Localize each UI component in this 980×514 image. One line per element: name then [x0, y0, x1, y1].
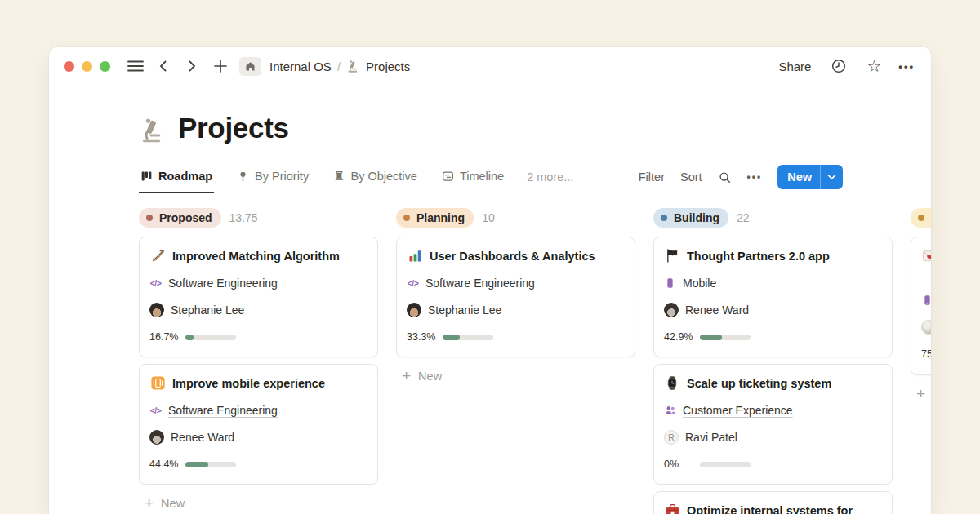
status-dot — [918, 215, 924, 221]
progress-bar — [185, 335, 236, 340]
new-button[interactable]: New — [777, 165, 843, 189]
team-link[interactable]: Mobile — [683, 277, 716, 290]
mobile-phone-icon — [921, 295, 931, 307]
more-options-icon[interactable]: ••• — [898, 60, 915, 73]
breadcrumb-workspace[interactable]: Internal OS — [270, 60, 332, 73]
status-label: Proposed — [159, 211, 212, 224]
card-title: Improve mobile experience — [172, 377, 325, 390]
tab-by-priority[interactable]: By Priority — [235, 161, 310, 193]
share-button[interactable]: Share — [778, 60, 811, 73]
add-card-label: New — [161, 497, 185, 510]
project-card[interactable]: User Dashboards & Analytics </> Software… — [396, 237, 635, 357]
card-title: Scale up ticketing system — [687, 377, 831, 390]
back-icon[interactable] — [153, 55, 174, 78]
plus-icon: + — [916, 386, 925, 401]
vibrating-phone-icon — [149, 375, 166, 392]
forward-icon[interactable] — [181, 55, 203, 78]
avatar — [921, 320, 931, 335]
tab-label: By Objective — [351, 170, 417, 183]
new-button-label: New — [777, 171, 820, 184]
traffic-lights — [64, 61, 110, 72]
filter-button[interactable]: Filter — [639, 171, 665, 184]
bar-chart-icon — [407, 248, 423, 264]
project-card[interactable]: Scale up ticketing system Customer Exper… — [653, 364, 893, 485]
avatar — [149, 430, 164, 445]
add-card-button[interactable]: + New — [911, 386, 931, 401]
minimize-window-button[interactable] — [82, 61, 92, 72]
add-card-button[interactable]: + New — [396, 368, 635, 383]
progress-label: 33.3% — [407, 331, 436, 343]
status-dot — [403, 215, 410, 221]
view-options-icon[interactable]: ••• — [747, 171, 763, 183]
tab-label: Timeline — [460, 170, 504, 183]
avatar — [407, 303, 421, 317]
new-page-plus-icon[interactable] — [210, 55, 231, 78]
project-card[interactable]: Thought Partners 2.0 app Mobile Renee Wa… — [653, 237, 893, 357]
status-dot — [661, 215, 667, 221]
status-badge[interactable]: Proposed — [139, 208, 221, 228]
black-flag-icon — [664, 248, 680, 264]
love-letter-icon — [921, 248, 931, 264]
avatar — [664, 303, 679, 317]
maximize-window-button[interactable] — [100, 61, 110, 72]
tab-by-objective[interactable]: ♜ By Objective — [332, 161, 419, 193]
person-name: Stephanie Lee — [428, 304, 501, 317]
progress-bar — [185, 462, 236, 467]
status-label: Building — [674, 211, 719, 224]
watch-icon — [664, 375, 680, 392]
page-microscope-icon — [139, 117, 167, 144]
avatar-initial: R — [664, 430, 679, 445]
microscope-icon — [346, 60, 360, 73]
project-card[interactable]: Improve mobile experience </> Software E… — [139, 364, 378, 485]
progress-label: 44.4% — [149, 459, 179, 470]
home-icon[interactable] — [239, 57, 261, 76]
column-count: 22 — [737, 211, 750, 224]
sidebar-menu-icon[interactable] — [125, 55, 146, 78]
project-card[interactable]: 75 — [911, 237, 931, 375]
person-name: Renee Ward — [171, 431, 234, 444]
pin-icon — [237, 171, 249, 183]
team-link[interactable]: Software Engineering — [168, 404, 278, 417]
person-name: Renee Ward — [685, 304, 749, 317]
project-card[interactable]: Optimize internal systems for — [653, 491, 893, 514]
chevron-down-icon[interactable] — [821, 174, 843, 180]
status-badge[interactable]: Planning — [396, 208, 474, 228]
favorite-star-icon[interactable]: ☆ — [866, 58, 881, 74]
person-name: Ravi Patel — [685, 431, 737, 444]
project-card[interactable]: Improved Matching Algorithm </> Software… — [139, 237, 378, 357]
more-tabs-button[interactable]: 2 more... — [527, 171, 573, 184]
status-badge[interactable]: T — [911, 208, 931, 228]
progress-label: 42.9% — [664, 331, 693, 343]
team-link[interactable]: Customer Experience — [683, 404, 793, 417]
card-title: Optimize internal systems for — [687, 504, 853, 514]
search-icon[interactable] — [718, 171, 732, 184]
code-icon: </> — [149, 405, 162, 417]
breadcrumb-page[interactable]: Projects — [366, 60, 410, 73]
clock-history-icon[interactable] — [828, 55, 849, 78]
status-badge[interactable]: Building — [653, 208, 728, 228]
card-title: User Dashboards & Analytics — [430, 250, 595, 263]
mobile-phone-icon — [664, 277, 676, 290]
board-column-clipped: T — [911, 208, 931, 401]
tab-timeline[interactable]: Timeline — [440, 161, 506, 193]
progress-label: 0% — [664, 459, 693, 470]
tab-roadmap[interactable]: Roadmap — [139, 161, 214, 193]
bow-and-arrow-icon — [149, 248, 166, 264]
plus-icon: + — [402, 368, 411, 383]
card-title: Thought Partners 2.0 app — [687, 250, 830, 263]
team-link[interactable]: Software Engineering — [425, 277, 535, 290]
sort-button[interactable]: Sort — [680, 171, 702, 184]
people-icon — [664, 405, 676, 417]
team-link[interactable]: Software Engineering — [168, 277, 278, 290]
notion-window: Internal OS / Projects Share ☆ ••• Proje… — [49, 47, 931, 514]
progress-bar — [443, 335, 493, 340]
timeline-icon — [442, 171, 454, 183]
board-column-building: Building 22 Thought Partners 2.0 app Mob… — [653, 208, 893, 514]
column-count: 13.75 — [229, 211, 258, 224]
board-icon — [140, 171, 153, 183]
status-label: Planning — [416, 211, 465, 224]
add-card-button[interactable]: + New — [139, 495, 378, 511]
close-window-button[interactable] — [64, 61, 74, 72]
avatar — [149, 303, 164, 317]
board-column-planning: Planning 10 User Dashboards & Analytics … — [396, 208, 635, 383]
